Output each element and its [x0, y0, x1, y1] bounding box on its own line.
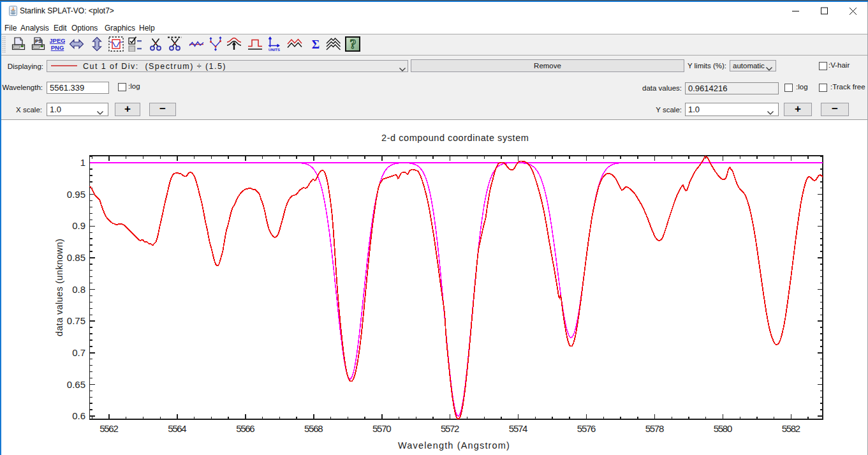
- svg-text:0.7: 0.7: [72, 347, 85, 358]
- svg-text:5574: 5574: [509, 423, 528, 434]
- svg-text:0.8: 0.8: [72, 284, 85, 295]
- svg-text:5566: 5566: [236, 423, 255, 434]
- svg-text:5582: 5582: [782, 423, 801, 434]
- svg-text:5580: 5580: [714, 423, 733, 434]
- svg-text:5578: 5578: [645, 423, 665, 434]
- svg-text:?: ?: [350, 37, 357, 51]
- svg-text:0.95: 0.95: [67, 189, 85, 200]
- svg-text:UNITS: UNITS: [268, 48, 280, 52]
- svg-text:Σ: Σ: [312, 38, 320, 51]
- svg-text:5568: 5568: [304, 423, 323, 434]
- svg-text:2-d compound coordinate system: 2-d compound coordinate system: [381, 133, 529, 143]
- svg-text:5572: 5572: [441, 423, 460, 434]
- svg-text:Wavelength (Angstrom): Wavelength (Angstrom): [398, 440, 510, 451]
- svg-text:JPEG: JPEG: [50, 37, 65, 44]
- svg-text:data values (unknown): data values (unknown): [54, 238, 64, 336]
- svg-text:5562: 5562: [99, 423, 119, 434]
- svg-text:0.85: 0.85: [67, 252, 85, 263]
- svg-text:5564: 5564: [168, 423, 187, 434]
- svg-text:1: 1: [80, 157, 85, 168]
- svg-text:0.9: 0.9: [72, 220, 85, 231]
- svg-text:PS: PS: [35, 38, 42, 44]
- svg-text:5570: 5570: [372, 423, 392, 434]
- svg-text:0.6: 0.6: [72, 410, 85, 421]
- svg-text:0.65: 0.65: [67, 379, 85, 390]
- svg-text:PNG: PNG: [51, 44, 64, 51]
- svg-text:0.75: 0.75: [67, 315, 85, 326]
- svg-text:5576: 5576: [577, 423, 596, 434]
